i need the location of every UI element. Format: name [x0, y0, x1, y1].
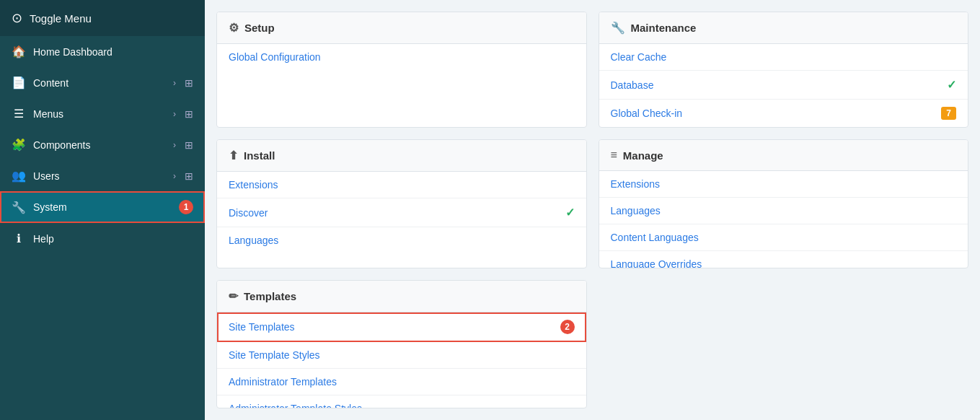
sidebar-item-home-dashboard[interactable]: 🏠 Home Dashboard [0, 36, 205, 67]
global-checkin-badge: 7 [941, 107, 956, 120]
languages-install-item[interactable]: Languages [217, 227, 586, 253]
check-icon: ✓ [947, 78, 956, 92]
maintenance-panel-title: Maintenance [631, 22, 697, 34]
upload-icon: ⬆ [229, 149, 238, 162]
database-link[interactable]: Database [611, 79, 654, 91]
sidebar-item-users[interactable]: 👥 Users › ⊞ [0, 160, 205, 191]
extensions-manage-link[interactable]: Extensions [611, 178, 660, 190]
languages-manage-link[interactable]: Languages [611, 205, 661, 216]
install-panel-title: Install [244, 149, 275, 162]
grid-icon: ⊞ [185, 139, 193, 151]
chevron-right-icon: › [173, 171, 176, 181]
chevron-right-icon: › [173, 140, 176, 150]
maintenance-panel: 🔧 Maintenance Clear Cache Database ✓ Glo… [599, 12, 969, 128]
toggle-menu-icon: ⊙ [12, 10, 22, 26]
sidebar-item-help[interactable]: ℹ Help [0, 223, 205, 254]
main-content: ⚙ Setup Global Configuration 🔧 Maintenan… [205, 0, 980, 420]
setup-panel-title: Setup [244, 22, 275, 34]
global-checkin-item[interactable]: Global Check-in 7 [599, 100, 968, 127]
setup-panel: ⚙ Setup Global Configuration [216, 12, 587, 128]
manage-panel-title: Manage [623, 149, 663, 162]
users-icon: 👥 [12, 169, 26, 183]
content-languages-item[interactable]: Content Languages [599, 224, 968, 251]
templates-panel-title: Templates [244, 290, 296, 302]
components-icon: 🧩 [12, 138, 26, 152]
sidebar-item-system[interactable]: 🔧 System 1 [0, 191, 205, 223]
maintenance-panel-header: 🔧 Maintenance [599, 12, 968, 44]
sidebar: ⊙ Toggle Menu 🏠 Home Dashboard 📄 Content… [0, 0, 205, 420]
templates-panel-header: ✏ Templates [217, 281, 586, 312]
clear-cache-link[interactable]: Clear Cache [611, 51, 667, 63]
extensions-install-item[interactable]: Extensions [217, 172, 586, 198]
sidebar-item-components[interactable]: 🧩 Components › ⊞ [0, 129, 205, 160]
grid-icon: ⊞ [185, 77, 193, 89]
discover-item[interactable]: Discover ✓ [217, 198, 586, 227]
sidebar-item-label: Content [33, 77, 166, 89]
annotation-badge-1: 1 [179, 200, 193, 214]
extensions-install-link[interactable]: Extensions [229, 179, 278, 191]
discover-link[interactable]: Discover [229, 207, 268, 219]
languages-install-link[interactable]: Languages [229, 235, 278, 246]
sidebar-item-menus[interactable]: ☰ Menus › ⊞ [0, 98, 205, 129]
gear-icon: ⚙ [229, 21, 239, 35]
extensions-manage-item[interactable]: Extensions [599, 171, 968, 198]
administrator-template-styles-link[interactable]: Administrator Template Styles [229, 403, 362, 409]
site-templates-item[interactable]: Site Templates 2 [217, 312, 586, 342]
site-template-styles-item[interactable]: Site Template Styles [217, 342, 586, 369]
system-icon: 🔧 [12, 201, 26, 214]
wrench-icon: 🔧 [611, 21, 625, 35]
clear-cache-item[interactable]: Clear Cache [599, 44, 968, 71]
sidebar-item-label: Menus [33, 108, 166, 120]
administrator-templates-link[interactable]: Administrator Templates [229, 376, 337, 388]
site-templates-link[interactable]: Site Templates [229, 321, 295, 333]
help-icon: ℹ [12, 232, 26, 245]
global-configuration-item[interactable]: Global Configuration [217, 44, 586, 70]
manage-panel-header: ≡ Manage [599, 140, 968, 171]
global-configuration-link[interactable]: Global Configuration [229, 51, 321, 63]
install-panel: ⬆ Install Extensions Discover ✓ Language… [216, 139, 587, 268]
language-overrides-link[interactable]: Language Overrides [611, 258, 702, 268]
global-checkin-link[interactable]: Global Check-in [611, 108, 683, 119]
manage-panel: ≡ Manage Extensions Languages Content La… [599, 139, 969, 268]
sidebar-item-label: Home Dashboard [33, 46, 193, 58]
languages-manage-item[interactable]: Languages [599, 198, 968, 224]
menus-icon: ☰ [12, 107, 26, 121]
toggle-menu-label: Toggle Menu [30, 12, 92, 25]
sidebar-item-content[interactable]: 📄 Content › ⊞ [0, 67, 205, 98]
content-icon: 📄 [12, 76, 26, 89]
grid-icon: ⊞ [185, 108, 193, 120]
sidebar-item-label: System [33, 201, 166, 213]
sidebar-item-label: Help [33, 233, 193, 245]
chevron-right-icon: › [173, 78, 176, 88]
discover-check-icon: ✓ [565, 206, 575, 219]
templates-panel: ✏ Templates Site Templates 2 Site Templa… [216, 280, 587, 409]
chevron-right-icon: › [173, 109, 176, 119]
content-languages-link[interactable]: Content Languages [611, 232, 699, 243]
database-item[interactable]: Database ✓ [599, 71, 968, 100]
annotation-badge-2: 2 [560, 320, 575, 334]
home-icon: 🏠 [12, 45, 26, 58]
site-template-styles-link[interactable]: Site Template Styles [229, 349, 320, 361]
toggle-menu-button[interactable]: ⊙ Toggle Menu [0, 0, 205, 36]
sidebar-item-label: Users [33, 170, 166, 182]
install-panel-header: ⬆ Install [217, 140, 586, 172]
setup-panel-header: ⚙ Setup [217, 12, 586, 44]
pencil-icon: ✏ [229, 289, 238, 303]
grid-icon: ⊞ [185, 170, 193, 182]
sidebar-item-label: Components [33, 139, 166, 151]
administrator-template-styles-item[interactable]: Administrator Template Styles [217, 395, 586, 409]
administrator-templates-item[interactable]: Administrator Templates [217, 369, 586, 395]
language-overrides-item[interactable]: Language Overrides [599, 251, 968, 268]
list-icon: ≡ [611, 149, 617, 162]
